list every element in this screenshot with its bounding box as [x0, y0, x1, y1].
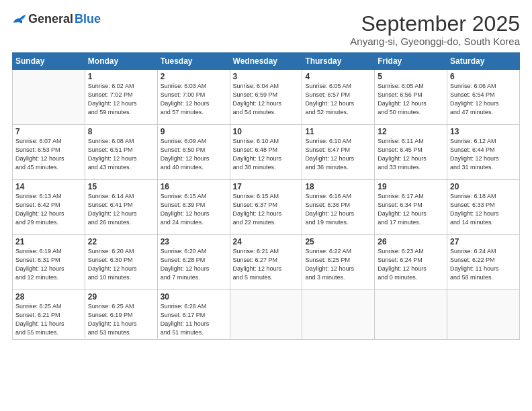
calendar-cell [13, 70, 85, 125]
day-info: Sunrise: 6:19 AM Sunset: 6:31 PM Dayligh… [15, 247, 82, 282]
calendar-cell: 30Sunrise: 6:26 AM Sunset: 6:17 PM Dayli… [157, 290, 230, 340]
weekday-header-row: Sunday Monday Tuesday Wednesday Thursday… [13, 53, 520, 70]
calendar-table: Sunday Monday Tuesday Wednesday Thursday… [12, 52, 520, 340]
day-number: 25 [305, 237, 371, 246]
day-info: Sunrise: 6:06 AM Sunset: 6:54 PM Dayligh… [450, 82, 517, 117]
day-info: Sunrise: 6:09 AM Sunset: 6:50 PM Dayligh… [161, 137, 227, 172]
calendar-cell [447, 290, 520, 340]
logo-area: GeneralBlue [12, 12, 101, 26]
day-number: 6 [450, 72, 517, 81]
week-row-5: 28Sunrise: 6:25 AM Sunset: 6:21 PM Dayli… [13, 290, 520, 340]
day-number: 16 [161, 182, 227, 191]
day-info: Sunrise: 6:13 AM Sunset: 6:42 PM Dayligh… [15, 192, 82, 227]
day-info: Sunrise: 6:26 AM Sunset: 6:17 PM Dayligh… [161, 302, 227, 337]
logo-text-blue: Blue [75, 12, 101, 26]
logo-icon [12, 13, 27, 26]
day-info: Sunrise: 6:15 AM Sunset: 6:37 PM Dayligh… [233, 192, 300, 227]
day-number: 24 [233, 237, 300, 246]
day-number: 3 [233, 72, 300, 81]
day-info: Sunrise: 6:05 AM Sunset: 6:57 PM Dayligh… [305, 82, 371, 117]
day-info: Sunrise: 6:14 AM Sunset: 6:41 PM Dayligh… [88, 192, 154, 227]
day-number: 5 [378, 72, 444, 81]
day-info: Sunrise: 6:24 AM Sunset: 6:22 PM Dayligh… [450, 247, 517, 282]
day-info: Sunrise: 6:12 AM Sunset: 6:44 PM Dayligh… [450, 137, 517, 172]
day-number: 28 [15, 292, 82, 302]
calendar-cell: 7Sunrise: 6:07 AM Sunset: 6:53 PM Daylig… [13, 125, 85, 180]
day-number: 18 [305, 182, 371, 191]
week-row-4: 21Sunrise: 6:19 AM Sunset: 6:31 PM Dayli… [13, 235, 520, 290]
day-number: 11 [305, 127, 371, 136]
day-number: 15 [88, 182, 154, 191]
header-tuesday: Tuesday [157, 53, 230, 70]
calendar-cell: 22Sunrise: 6:20 AM Sunset: 6:30 PM Dayli… [85, 235, 157, 290]
logo: GeneralBlue [12, 12, 101, 26]
day-number: 4 [305, 72, 371, 81]
day-number: 13 [450, 127, 517, 136]
calendar-cell: 29Sunrise: 6:25 AM Sunset: 6:19 PM Dayli… [85, 290, 157, 340]
calendar-cell: 24Sunrise: 6:21 AM Sunset: 6:27 PM Dayli… [230, 235, 302, 290]
calendar-cell: 4Sunrise: 6:05 AM Sunset: 6:57 PM Daylig… [302, 70, 375, 125]
calendar-cell: 20Sunrise: 6:18 AM Sunset: 6:33 PM Dayli… [447, 180, 520, 235]
calendar-cell: 9Sunrise: 6:09 AM Sunset: 6:50 PM Daylig… [157, 125, 230, 180]
header-thursday: Thursday [302, 53, 375, 70]
day-number: 12 [378, 127, 444, 136]
day-info: Sunrise: 6:20 AM Sunset: 6:30 PM Dayligh… [88, 247, 154, 282]
calendar-cell: 11Sunrise: 6:10 AM Sunset: 6:47 PM Dayli… [302, 125, 375, 180]
day-info: Sunrise: 6:16 AM Sunset: 6:36 PM Dayligh… [305, 192, 371, 227]
day-info: Sunrise: 6:03 AM Sunset: 7:00 PM Dayligh… [161, 82, 227, 117]
calendar-cell: 25Sunrise: 6:22 AM Sunset: 6:25 PM Dayli… [302, 235, 375, 290]
day-number: 1 [88, 72, 154, 81]
calendar-cell: 6Sunrise: 6:06 AM Sunset: 6:54 PM Daylig… [447, 70, 520, 125]
day-info: Sunrise: 6:25 AM Sunset: 6:19 PM Dayligh… [88, 302, 154, 337]
calendar-cell: 23Sunrise: 6:20 AM Sunset: 6:28 PM Dayli… [157, 235, 230, 290]
day-info: Sunrise: 6:11 AM Sunset: 6:45 PM Dayligh… [378, 137, 444, 172]
calendar-cell: 14Sunrise: 6:13 AM Sunset: 6:42 PM Dayli… [13, 180, 85, 235]
day-number: 14 [15, 182, 82, 191]
header-wednesday: Wednesday [230, 53, 302, 70]
day-info: Sunrise: 6:10 AM Sunset: 6:48 PM Dayligh… [233, 137, 300, 172]
calendar-cell: 28Sunrise: 6:25 AM Sunset: 6:21 PM Dayli… [13, 290, 85, 340]
day-info: Sunrise: 6:08 AM Sunset: 6:51 PM Dayligh… [88, 137, 154, 172]
calendar-cell: 19Sunrise: 6:17 AM Sunset: 6:34 PM Dayli… [375, 180, 447, 235]
day-number: 19 [378, 182, 444, 191]
day-info: Sunrise: 6:15 AM Sunset: 6:39 PM Dayligh… [161, 192, 227, 227]
day-info: Sunrise: 6:17 AM Sunset: 6:34 PM Dayligh… [378, 192, 444, 227]
calendar-cell: 21Sunrise: 6:19 AM Sunset: 6:31 PM Dayli… [13, 235, 85, 290]
header: GeneralBlue September 2025 Anyang-si, Gy… [12, 12, 520, 47]
day-info: Sunrise: 6:07 AM Sunset: 6:53 PM Dayligh… [15, 137, 82, 172]
calendar-page: GeneralBlue September 2025 Anyang-si, Gy… [0, 0, 532, 411]
title-area: September 2025 Anyang-si, Gyeonggi-do, S… [350, 12, 520, 47]
day-info: Sunrise: 6:22 AM Sunset: 6:25 PM Dayligh… [305, 247, 371, 282]
header-saturday: Saturday [447, 53, 520, 70]
calendar-cell: 17Sunrise: 6:15 AM Sunset: 6:37 PM Dayli… [230, 180, 302, 235]
day-number: 20 [450, 182, 517, 191]
day-info: Sunrise: 6:25 AM Sunset: 6:21 PM Dayligh… [15, 302, 82, 337]
calendar-cell: 10Sunrise: 6:10 AM Sunset: 6:48 PM Dayli… [230, 125, 302, 180]
logo-text-general: General [28, 12, 73, 26]
day-info: Sunrise: 6:04 AM Sunset: 6:59 PM Dayligh… [233, 82, 300, 117]
calendar-cell: 5Sunrise: 6:05 AM Sunset: 6:56 PM Daylig… [375, 70, 447, 125]
day-number: 17 [233, 182, 300, 191]
week-row-1: 1Sunrise: 6:02 AM Sunset: 7:02 PM Daylig… [13, 70, 520, 125]
calendar-cell: 1Sunrise: 6:02 AM Sunset: 7:02 PM Daylig… [85, 70, 157, 125]
day-number: 10 [233, 127, 300, 136]
week-row-3: 14Sunrise: 6:13 AM Sunset: 6:42 PM Dayli… [13, 180, 520, 235]
day-info: Sunrise: 6:23 AM Sunset: 6:24 PM Dayligh… [378, 247, 444, 282]
calendar-cell: 2Sunrise: 6:03 AM Sunset: 7:00 PM Daylig… [157, 70, 230, 125]
calendar-cell: 15Sunrise: 6:14 AM Sunset: 6:41 PM Dayli… [85, 180, 157, 235]
header-friday: Friday [375, 53, 447, 70]
calendar-cell: 3Sunrise: 6:04 AM Sunset: 6:59 PM Daylig… [230, 70, 302, 125]
header-monday: Monday [85, 53, 157, 70]
calendar-cell: 13Sunrise: 6:12 AM Sunset: 6:44 PM Dayli… [447, 125, 520, 180]
location-title: Anyang-si, Gyeonggi-do, South Korea [350, 36, 520, 47]
day-info: Sunrise: 6:10 AM Sunset: 6:47 PM Dayligh… [305, 137, 371, 172]
week-row-2: 7Sunrise: 6:07 AM Sunset: 6:53 PM Daylig… [13, 125, 520, 180]
day-number: 2 [161, 72, 227, 81]
calendar-cell [375, 290, 447, 340]
day-number: 21 [15, 237, 82, 246]
day-number: 8 [88, 127, 154, 136]
calendar-cell: 26Sunrise: 6:23 AM Sunset: 6:24 PM Dayli… [375, 235, 447, 290]
calendar-cell: 16Sunrise: 6:15 AM Sunset: 6:39 PM Dayli… [157, 180, 230, 235]
day-number: 29 [88, 292, 154, 302]
day-info: Sunrise: 6:20 AM Sunset: 6:28 PM Dayligh… [161, 247, 227, 282]
